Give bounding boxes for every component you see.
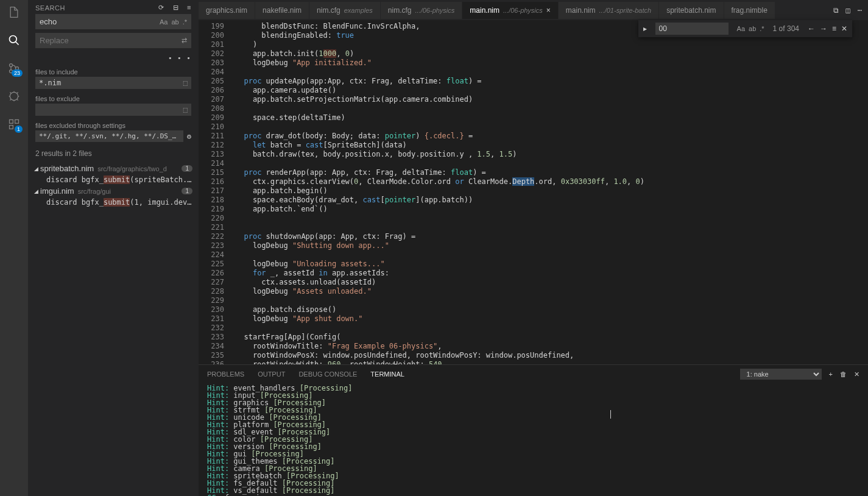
include-label: files to include (35, 68, 191, 76)
svg-rect-6 (15, 120, 19, 124)
panel-tab[interactable]: OUTPUT (258, 370, 285, 378)
panel-tab[interactable]: PROBLEMS (207, 370, 244, 378)
split-icon[interactable]: ◫ (846, 6, 850, 15)
case-icon[interactable]: Aa (160, 18, 168, 26)
editor-tab[interactable]: graphics.nim (199, 2, 255, 19)
selection-icon[interactable]: ≡ (832, 24, 836, 33)
debug-icon[interactable] (7, 89, 21, 104)
more-icon[interactable]: ⋯ (858, 6, 862, 15)
new-terminal-icon[interactable]: + (829, 370, 833, 378)
include-input[interactable]: *.nim⬚ (35, 77, 191, 89)
exclude-input[interactable]: ⬚ (35, 104, 191, 116)
find-chevron-icon[interactable]: ▸ (643, 24, 647, 33)
kill-terminal-icon[interactable]: 🗑 (840, 370, 847, 378)
editor: graphics.nimnakefile.nimnim.cfg examples… (199, 0, 868, 496)
find-count: 1 of 304 (773, 24, 799, 33)
activity-bar: 23 1 (0, 0, 28, 496)
panel-tab[interactable]: TERMINAL (370, 370, 404, 378)
sidebar: SEARCH ⟳ ⊟ ≡ Aaab.* ⇄ • • • files to inc… (28, 0, 199, 496)
book-icon[interactable]: ⬚ (183, 79, 188, 87)
regex-icon[interactable]: .* (760, 25, 764, 32)
replace-all-icon[interactable]: ⇄ (182, 37, 187, 44)
collapse-icon[interactable]: ⊟ (173, 4, 179, 12)
refresh-icon[interactable]: ⟳ (158, 4, 164, 12)
editor-tab[interactable]: nim.cfg examples (309, 2, 381, 19)
explorer-icon[interactable] (7, 5, 21, 19)
toggle-details-icon[interactable]: • • • (35, 54, 191, 62)
editor-tab[interactable]: nakefile.nim (255, 2, 309, 19)
replace-input[interactable]: ⇄ (35, 33, 191, 48)
terminal-select[interactable]: 1: nake (740, 369, 822, 380)
clear-icon[interactable]: ≡ (187, 4, 191, 12)
result-file[interactable]: ◢spritebatch.nimsrc/frag/graphics/two_d1 (28, 163, 199, 174)
sidebar-title: SEARCH (35, 4, 65, 12)
scm-badge: 23 (12, 69, 23, 77)
result-match[interactable]: discard bgfx_submit(1, imgui.dev.sph, 0,… (28, 197, 199, 208)
panel-tab[interactable]: DEBUG CONSOLE (298, 370, 357, 378)
gear-icon[interactable]: ⚙ (187, 132, 191, 141)
exclude-label: files to exclude (35, 95, 191, 102)
line-numbers: 199 200 201 202 203 204 205 206 207 208 … (199, 20, 235, 364)
editor-tab[interactable]: nim.cfg .../06-physics (381, 2, 463, 19)
compare-icon[interactable]: ⧉ (833, 6, 839, 15)
result-match[interactable]: discard bgfx_submit(spriteBatch.view, sp… (28, 174, 199, 185)
result-file[interactable]: ◢imgui.nimsrc/frag/gui1 (28, 185, 199, 197)
find-input[interactable]: 00 (655, 23, 729, 35)
svg-point-0 (10, 36, 17, 43)
next-match-icon[interactable]: → (820, 24, 827, 33)
prev-match-icon[interactable]: ← (808, 24, 815, 33)
book-icon[interactable]: ⬚ (183, 105, 188, 114)
svg-point-1 (10, 64, 13, 67)
word-icon[interactable]: ab (749, 25, 756, 32)
svg-point-4 (10, 92, 18, 100)
extensions-icon[interactable]: 1 (7, 117, 21, 132)
close-icon[interactable]: ✕ (841, 24, 847, 33)
close-icon[interactable]: × (546, 6, 551, 15)
results-count: 2 results in 2 files (35, 149, 191, 158)
code-area[interactable]: blendDstFunc: BlendFunc.InvSrcAlpha, ble… (235, 20, 868, 364)
excluded-settings-label: files excluded through settings (35, 122, 191, 129)
excluded-list: **/.git, **/.svn, **/.hg, **/.DS_Store, … (35, 130, 183, 142)
editor-tab[interactable]: spritebatch.nim (659, 2, 724, 19)
editor-tab[interactable]: frag.nimble (724, 2, 775, 19)
terminal[interactable]: Hint: event_handlers [Processing]Hint: i… (199, 383, 868, 496)
search-input[interactable]: Aaab.* (35, 14, 191, 29)
regex-icon[interactable]: .* (183, 18, 187, 26)
scm-icon[interactable]: 23 (7, 61, 21, 76)
close-panel-icon[interactable]: ✕ (854, 370, 859, 378)
case-icon[interactable]: Aa (737, 25, 745, 32)
editor-tab[interactable]: main.nim .../06-physics × (462, 2, 559, 19)
editor-tab[interactable]: main.nim .../01-sprite-batch (559, 2, 659, 19)
ext-badge: 1 (15, 126, 23, 133)
find-widget: ▸ 00 Aaab.* 1 of 304 ← → ≡ ✕ (638, 20, 852, 37)
word-icon[interactable]: ab (171, 18, 178, 26)
search-icon[interactable] (7, 33, 21, 48)
svg-rect-5 (10, 120, 13, 124)
svg-rect-7 (10, 126, 13, 129)
tab-bar: graphics.nimnakefile.nimnim.cfg examples… (199, 0, 868, 20)
panel: PROBLEMSOUTPUTDEBUG CONSOLETERMINAL1: na… (199, 364, 868, 496)
